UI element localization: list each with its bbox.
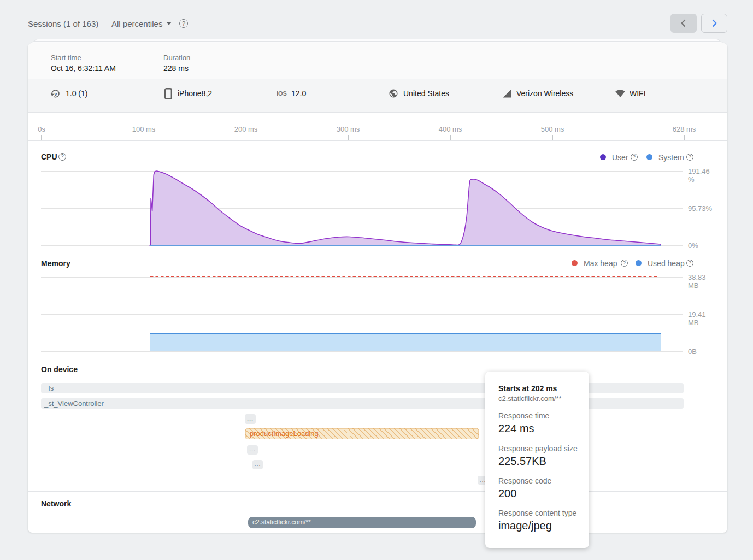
svg-text:v: v: [54, 91, 57, 97]
